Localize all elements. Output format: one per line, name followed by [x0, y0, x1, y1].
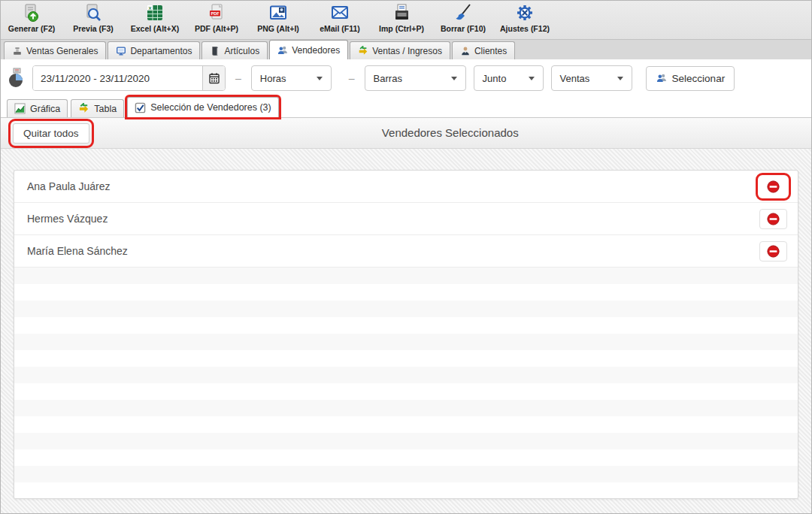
svg-text:PDF: PDF [211, 11, 220, 16]
toolbar-button-label: Imp (Ctrl+P) [379, 24, 424, 33]
people-group-icon [656, 73, 668, 83]
toolbar-button-email[interactable]: eMail (F11) [309, 1, 371, 39]
view-tab-bar: Gráfica Tabla Selección de Vendedores (3… [1, 97, 811, 118]
person-icon [460, 46, 471, 56]
tab-label: Ventas Generales [26, 46, 98, 56]
tab-label: Departamentos [130, 46, 192, 56]
email-icon [330, 3, 350, 23]
tab-label: Artículos [224, 46, 259, 56]
calendar-button[interactable] [202, 66, 225, 90]
main-tab-bar: Ventas Generales Departamentos Artículos… [1, 40, 811, 59]
vendor-list: Ana Paula Juárez Hermes Vázquez María El… [14, 171, 798, 268]
toolbar-button-previa[interactable]: Previa (F3) [62, 1, 124, 39]
tab-seleccion[interactable]: Selección de Vendedores (3) [127, 97, 279, 117]
vendor-name: Hermes Vázquez [27, 213, 108, 225]
chevron-down-icon [317, 77, 323, 80]
arrows-exchange-icon [78, 103, 89, 114]
toolbar-button-excel[interactable]: X Excel (Alt+X) [124, 1, 186, 39]
remove-circle-icon [767, 245, 780, 258]
chart-type-select[interactable]: Barras [365, 65, 466, 91]
vendor-name: María Elena Sánchez [27, 245, 128, 257]
metric-select[interactable]: Ventas [551, 65, 632, 91]
toolbar-button-label: Excel (Alt+X) [131, 24, 179, 33]
select-vendors-button[interactable]: Seleccionar [646, 66, 735, 91]
toolbar-button-png[interactable]: PNG (Alt+I) [247, 1, 309, 39]
excel-icon: X [145, 3, 165, 23]
toolbar-button-label: Previa (F3) [73, 24, 114, 33]
toolbar-button-imp[interactable]: Imp (Ctrl+P) [371, 1, 432, 39]
monitor-icon [116, 46, 126, 56]
chevron-down-icon [451, 77, 457, 80]
remove-circle-icon [767, 213, 780, 225]
interval-select[interactable]: Horas [251, 65, 332, 91]
separator-dash: – [349, 72, 355, 84]
calendar-icon [208, 72, 220, 84]
tab-label: Clientes [474, 46, 507, 56]
empty-rows-stripes [14, 268, 798, 498]
tab-label: Tabla [94, 104, 117, 114]
remove-all-button[interactable]: Quitar todos [13, 123, 89, 144]
tab-label: Selección de Vendedores (3) [150, 102, 271, 113]
toolbar-button-label: PNG (Alt+I) [257, 24, 299, 33]
tab-label: Vendedores [292, 45, 340, 56]
pdf-icon: PDF [207, 3, 226, 23]
select-value: Barras [374, 73, 402, 84]
remove-vendor-button[interactable] [759, 209, 787, 229]
vendor-name: Ana Paula Juárez [27, 180, 111, 192]
filter-selects: – Horas – Barras Junto Ventas [226, 65, 640, 91]
tab-label: Gráfica [30, 104, 60, 114]
toolbar-button-label: eMail (F11) [320, 24, 360, 33]
remove-vendor-button[interactable] [759, 241, 787, 262]
select-value: Ventas [560, 73, 590, 84]
generate-icon [22, 3, 41, 23]
tab-ventas-generales[interactable]: Ventas Generales [4, 41, 106, 59]
toolbar: Generar (F2) Previa (F3) X Excel (Alt+X)… [1, 1, 811, 40]
arrows-exchange-icon [358, 46, 368, 56]
pie-chart-report-icon [8, 68, 27, 89]
chevron-down-icon [529, 77, 535, 80]
svg-text:X: X [148, 6, 151, 11]
vendor-row: Ana Paula Juárez [14, 171, 798, 203]
vendor-row: María Elena Sánchez [14, 235, 798, 268]
toolbar-button-label: PDF (Alt+P) [195, 24, 238, 33]
section-title: Vendedores Seleccionados [382, 126, 519, 139]
tab-label: Ventas / Ingresos [372, 46, 442, 56]
select-vendors-label: Seleccionar [672, 73, 726, 84]
book-icon [210, 46, 220, 56]
people-group-icon [277, 45, 288, 56]
png-icon [268, 3, 288, 23]
tab-vendedores[interactable]: Vendedores [269, 40, 348, 59]
checkbox-checked-icon [135, 102, 146, 113]
area-chart-icon [14, 103, 26, 114]
toolbar-button-label: Borrar (F10) [441, 24, 486, 33]
date-range-input[interactable] [33, 66, 202, 90]
tab-departamentos[interactable]: Departamentos [108, 41, 200, 59]
remove-vendor-button[interactable] [759, 177, 787, 197]
tab-articulos[interactable]: Artículos [201, 41, 268, 59]
settings-gear-icon [515, 3, 535, 23]
tab-tabla[interactable]: Tabla [71, 99, 124, 117]
filter-bar: – Horas – Barras Junto Ventas Selecciona… [1, 59, 811, 97]
chevron-down-icon [617, 77, 623, 80]
content-area: Ana Paula Juárez Hermes Vázquez María El… [1, 149, 811, 513]
preview-icon [83, 3, 103, 23]
date-range-group [32, 65, 226, 91]
select-value: Horas [260, 73, 286, 84]
clear-brush-icon [453, 3, 473, 23]
toolbar-button-generar[interactable]: Generar (F2) [1, 1, 62, 39]
separator-dash: – [235, 72, 241, 84]
toolbar-button-ajustes[interactable]: Ajustes (F12) [494, 1, 556, 39]
selected-vendors-panel: Ana Paula Juárez Hermes Vázquez María El… [14, 170, 798, 499]
tab-grafica[interactable]: Gráfica [7, 99, 68, 117]
vendor-row: Hermes Vázquez [14, 203, 798, 235]
toolbar-button-label: Generar (F2) [8, 24, 55, 33]
tab-clientes[interactable]: Clientes [452, 41, 515, 59]
toolbar-button-borrar[interactable]: Borrar (F10) [432, 1, 494, 39]
toolbar-button-label: Ajustes (F12) [500, 24, 550, 33]
toolbar-button-pdf[interactable]: PDF PDF (Alt+P) [186, 1, 247, 39]
cash-register-icon [12, 46, 23, 56]
grouping-select[interactable]: Junto [474, 65, 544, 91]
print-icon [392, 3, 411, 23]
section-title-wrap: Vendedores Seleccionados [89, 126, 811, 140]
tab-ventas-ingresos[interactable]: Ventas / Ingresos [350, 41, 450, 59]
